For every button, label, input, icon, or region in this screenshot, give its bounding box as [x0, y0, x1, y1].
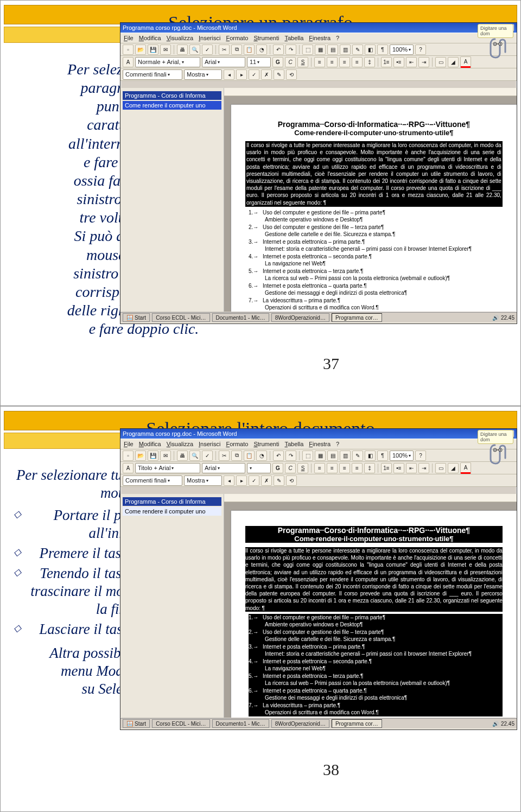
- docmap-item[interactable]: Come rendere il computer uno: [123, 507, 221, 516]
- menu-strumenti[interactable]: Strumenti: [253, 441, 279, 447]
- review-display-select[interactable]: Commenti finali▾: [123, 475, 182, 486]
- maximize-button[interactable]: ▢: [496, 430, 505, 437]
- preview-icon[interactable]: 🔍: [189, 451, 200, 461]
- menu-help[interactable]: ?: [336, 35, 339, 41]
- cut-icon[interactable]: ✂: [219, 451, 230, 461]
- showhide-icon[interactable]: ¶: [377, 451, 388, 461]
- undo-icon[interactable]: ↶: [273, 45, 284, 55]
- taskbar-item[interactable]: Corso ECDL - Mici…: [152, 313, 209, 322]
- menu-modifica[interactable]: Modifica: [139, 35, 161, 41]
- menu-strumenti[interactable]: Strumenti: [253, 35, 279, 41]
- document-map-pane[interactable]: Programma - Corso di Informa Come render…: [120, 494, 224, 718]
- justify-icon[interactable]: ≡: [352, 57, 363, 67]
- showhide-icon[interactable]: ¶: [377, 45, 388, 55]
- comment-icon[interactable]: ✎: [274, 69, 284, 80]
- close-button[interactable]: ×: [506, 430, 514, 437]
- align-left-icon[interactable]: ≡: [314, 463, 325, 473]
- docmap-item[interactable]: Come rendere il computer uno: [123, 101, 221, 110]
- align-center-icon[interactable]: ≡: [327, 57, 338, 67]
- border-icon[interactable]: ▭: [435, 57, 446, 67]
- redo-icon[interactable]: ↷: [285, 451, 296, 461]
- style-select[interactable]: Normale + Arial,▾: [135, 57, 200, 67]
- show-select[interactable]: Mostra▾: [184, 69, 222, 80]
- reject-icon[interactable]: ✗: [261, 69, 272, 80]
- next-change-icon[interactable]: ▸: [236, 475, 247, 486]
- bold-icon[interactable]: G: [272, 57, 283, 67]
- font-select[interactable]: Arial▾: [202, 463, 245, 473]
- comment-icon[interactable]: ✎: [274, 475, 284, 486]
- standard-toolbar[interactable]: ▫ 📂 💾 ✉ 🖶 🔍 ✓ ✂ ⧉ 📋 ◔ ↶ ↷ ⬚ ▦ ▤ ▥ ✎ ◧ ¶ …: [120, 449, 517, 462]
- window-titlebar[interactable]: Programma corso rpg.doc - Microsoft Word…: [120, 429, 517, 439]
- border-icon[interactable]: ▭: [435, 463, 446, 473]
- prev-change-icon[interactable]: ◂: [224, 475, 234, 486]
- docmap-icon[interactable]: ◧: [365, 451, 376, 461]
- copy-icon[interactable]: ⧉: [231, 451, 242, 461]
- start-button[interactable]: 🪟 Start: [123, 719, 150, 728]
- help-icon[interactable]: ?: [415, 45, 426, 55]
- close-button[interactable]: ×: [506, 24, 514, 31]
- show-select[interactable]: Mostra▾: [184, 475, 222, 486]
- align-center-icon[interactable]: ≡: [327, 463, 338, 473]
- menu-file[interactable]: File: [124, 441, 134, 447]
- cut-icon[interactable]: ✂: [219, 45, 230, 55]
- zoom-select[interactable]: 100%▾: [390, 451, 414, 461]
- menu-finestra[interactable]: Finestra: [309, 35, 331, 41]
- hyperlink-icon[interactable]: ⬚: [302, 451, 313, 461]
- align-right-icon[interactable]: ≡: [339, 463, 350, 473]
- menu-visualizza[interactable]: Visualizza: [167, 441, 193, 447]
- italic-icon[interactable]: C: [285, 57, 296, 67]
- dedent-icon[interactable]: ⇤: [406, 57, 417, 67]
- tables-icon[interactable]: ▦: [315, 451, 326, 461]
- fontsize-select[interactable]: 11▾: [247, 57, 271, 67]
- columns-icon[interactable]: ▥: [340, 45, 351, 55]
- columns-icon[interactable]: ▥: [340, 451, 351, 461]
- numlist-icon[interactable]: 1≡: [381, 57, 392, 67]
- trackchanges-icon[interactable]: ⟲: [286, 69, 297, 80]
- highlight-icon[interactable]: ◢: [448, 463, 459, 473]
- spellcheck-icon[interactable]: ✓: [202, 45, 213, 55]
- document-page[interactable]: Programma··Corso·di·Informatica··–·RPG··…: [231, 510, 517, 718]
- menu-inserisci[interactable]: Inserisci: [199, 35, 220, 41]
- excel-icon[interactable]: ▤: [327, 45, 338, 55]
- formatting-toolbar[interactable]: A Titolo + Arial▾ Arial▾ ▾ G C S ≡ ≡ ≡ ≡…: [120, 462, 517, 474]
- formatting-toolbar[interactable]: A Normale + Arial,▾ Arial▾ 11▾ G C S ≡ ≡…: [120, 56, 517, 68]
- menu-file[interactable]: File: [124, 35, 134, 41]
- linespacing-icon[interactable]: ‡: [364, 57, 375, 67]
- justify-icon[interactable]: ≡: [352, 463, 363, 473]
- formatpainter-icon[interactable]: ◔: [256, 451, 267, 461]
- highlight-icon[interactable]: ◢: [448, 57, 459, 67]
- docmap-item[interactable]: Programma - Corso di Informa: [123, 91, 221, 100]
- taskbar-item[interactable]: 8WordOperazionid…: [271, 313, 329, 322]
- taskbar-item-active[interactable]: Programma cor…: [332, 313, 382, 322]
- minimize-button[interactable]: _: [486, 430, 495, 437]
- menu-tabella[interactable]: Tabella: [284, 441, 303, 447]
- spellcheck-icon[interactable]: ✓: [202, 451, 213, 461]
- page-view[interactable]: Programma··Corso·di·Informatica··–·RPG··…: [224, 88, 517, 312]
- menu-bar[interactable]: File Modifica Visualizza Inserisci Forma…: [120, 33, 517, 43]
- bulletlist-icon[interactable]: •≡: [393, 463, 404, 473]
- minimize-button[interactable]: _: [486, 24, 495, 31]
- windows-taskbar[interactable]: 🪟 Start Corso ECDL - Mici… Documento1 - …: [120, 312, 517, 322]
- save-icon[interactable]: 💾: [148, 451, 158, 461]
- open-icon[interactable]: 📂: [135, 451, 146, 461]
- bulletlist-icon[interactable]: •≡: [393, 57, 404, 67]
- taskbar-item[interactable]: Documento1 - Mic…: [212, 719, 269, 728]
- taskbar-item[interactable]: Corso ECDL - Mici…: [152, 719, 209, 728]
- italic-icon[interactable]: C: [285, 463, 296, 473]
- menu-bar[interactable]: File Modifica Visualizza Inserisci Forma…: [120, 439, 517, 449]
- start-button[interactable]: 🪟 Start: [123, 313, 150, 322]
- menu-formato[interactable]: Formato: [226, 441, 248, 447]
- fontcolor-icon[interactable]: A: [460, 56, 471, 68]
- save-icon[interactable]: 💾: [148, 45, 158, 55]
- indent-icon[interactable]: ⇥: [418, 463, 429, 473]
- redo-icon[interactable]: ↷: [285, 45, 296, 55]
- reviewing-toolbar[interactable]: Commenti finali▾ Mostra▾ ◂ ▸ ✓ ✗ ✎ ⟲: [120, 68, 517, 81]
- standard-toolbar[interactable]: ▫ 📂 💾 ✉ 🖶 🔍 ✓ ✂ ⧉ 📋 ◔ ↶ ↷ ⬚ ▦ ▤ ▥ ✎ ◧ ¶ …: [120, 43, 517, 56]
- menu-tabella[interactable]: Tabella: [284, 35, 303, 41]
- fontsize-select[interactable]: ▾: [247, 463, 271, 473]
- numlist-icon[interactable]: 1≡: [381, 463, 392, 473]
- review-display-select[interactable]: Commenti finali▾: [123, 69, 182, 80]
- print-icon[interactable]: 🖶: [177, 45, 188, 55]
- next-change-icon[interactable]: ▸: [236, 69, 247, 80]
- taskbar-item[interactable]: 8WordOperazionid…: [271, 719, 329, 728]
